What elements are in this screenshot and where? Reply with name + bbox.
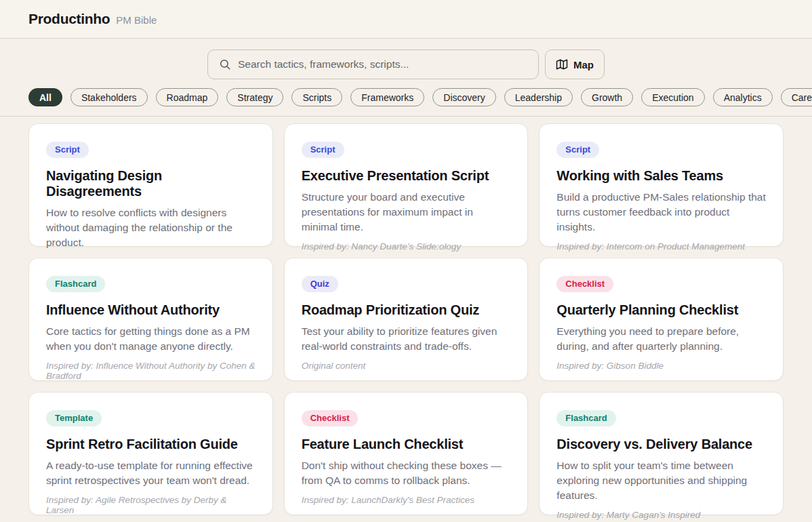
card-inspired-by: Inspired by: Nancy Duarte’s Slide:ology [302, 235, 511, 252]
card-type-badge: Script [46, 142, 89, 158]
card-type-badge: Checklist [302, 410, 359, 426]
filter-pill-career[interactable]: Career [781, 88, 812, 106]
filter-pill-growth[interactable]: Growth [581, 88, 633, 106]
search-icon [219, 58, 231, 71]
card-title: Executive Presentation Script [302, 168, 511, 184]
card-influence-without-authority[interactable]: Flashcard Influence Without Authority Co… [28, 258, 273, 381]
card-description: A ready-to-use template for running effe… [46, 458, 256, 488]
card-feature-launch-checklist[interactable]: Checklist Feature Launch Checklist Don't… [284, 392, 529, 515]
card-inspired-by: Inspired by: Agile Retrospectives by Der… [46, 488, 256, 515]
card-title: Roadmap Prioritization Quiz [302, 302, 511, 318]
filter-pill-strategy[interactable]: Strategy [226, 88, 283, 106]
filter-bar: AllStakeholdersRoadmapStrategyScriptsFra… [28, 88, 784, 106]
filter-pill-all[interactable]: All [28, 88, 62, 106]
filter-pill-analytics[interactable]: Analytics [713, 88, 773, 106]
map-icon [556, 58, 568, 71]
card-description: How to resolve conflicts with designers … [46, 205, 256, 250]
card-title: Feature Launch Checklist [302, 437, 511, 452]
map-button[interactable]: Map [545, 49, 605, 79]
card-description: Everything you need to prepare before, d… [556, 324, 766, 354]
card-type-badge: Flashcard [556, 410, 615, 426]
card-inspired-by: Inspired by: Influence Without Authority… [46, 354, 256, 381]
card-inspired-by: Original content [302, 354, 511, 371]
card-type-badge: Script [302, 142, 344, 158]
map-button-label: Map [573, 59, 594, 71]
card-title: Discovery vs. Delivery Balance [556, 437, 766, 452]
card-navigating-design-disagreements[interactable]: Script Navigating Design Disagreements H… [28, 123, 273, 247]
filter-pill-scripts[interactable]: Scripts [291, 88, 342, 106]
card-type-badge: Checklist [556, 276, 613, 292]
card-type-badge: Flashcard [46, 276, 105, 292]
card-working-with-sales-teams[interactable]: Script Working with Sales Teams Build a … [539, 123, 784, 247]
card-title: Sprint Retro Facilitation Guide [46, 437, 256, 452]
card-description: Build a productive PM-Sales relationship… [556, 190, 766, 235]
filter-pill-stakeholders[interactable]: Stakeholders [70, 88, 148, 106]
card-grid: Script Navigating Design Disagreements H… [28, 123, 784, 515]
card-inspired-by: Inspired by: Marty Cagan's Inspired [556, 503, 766, 520]
card-quarterly-planning-checklist[interactable]: Checklist Quarterly Planning Checklist E… [539, 258, 784, 381]
card-description: Structure your board and executive prese… [302, 190, 511, 235]
filter-pill-discovery[interactable]: Discovery [432, 88, 495, 106]
card-title: Navigating Design Disagreements [46, 168, 256, 199]
card-description: Core tactics for getting things done as … [46, 324, 256, 354]
card-title: Quarterly Planning Checklist [556, 302, 766, 318]
brand-name: Productinho [28, 11, 110, 27]
filter-pill-execution[interactable]: Execution [641, 88, 704, 106]
filter-pill-frameworks[interactable]: Frameworks [350, 88, 424, 106]
filter-pill-leadership[interactable]: Leadership [504, 88, 573, 106]
card-description: Test your ability to prioritize features… [302, 324, 511, 354]
card-executive-presentation-script[interactable]: Script Executive Presentation Script Str… [284, 123, 529, 247]
filter-pill-roadmap[interactable]: Roadmap [156, 88, 219, 106]
brand-logo[interactable]: Productinho PM Bible [28, 11, 157, 27]
card-sprint-retro-facilitation-guide[interactable]: Template Sprint Retro Facilitation Guide… [28, 392, 273, 515]
top-bar: Productinho PM Bible [0, 0, 812, 39]
card-title: Working with Sales Teams [556, 168, 766, 184]
card-discovery-vs-delivery-balance[interactable]: Flashcard Discovery vs. Delivery Balance… [539, 392, 784, 515]
search-input[interactable] [238, 58, 527, 71]
card-inspired-by: Inspired by: Gibson Biddle [556, 354, 766, 371]
search-row: Map [0, 49, 812, 79]
card-inspired-by: Inspired by: LaunchDarkly's Best Practic… [302, 488, 511, 505]
card-description: How to split your team's time between ex… [556, 458, 766, 503]
card-roadmap-prioritization-quiz[interactable]: Quiz Roadmap Prioritization Quiz Test yo… [284, 258, 529, 381]
search-filter-section: Map AllStakeholdersRoadmapStrategyScript… [0, 49, 812, 117]
card-type-badge: Script [556, 142, 599, 158]
card-title: Influence Without Authority [46, 302, 256, 318]
card-type-badge: Template [46, 410, 102, 426]
brand-subtitle: PM Bible [116, 14, 157, 26]
card-inspired-by: Inspired by: Intercom on Product Managem… [556, 235, 766, 252]
card-description: Don't ship without checking these boxes … [302, 458, 511, 488]
search-box[interactable] [207, 49, 539, 79]
card-type-badge: Quiz [302, 276, 338, 292]
